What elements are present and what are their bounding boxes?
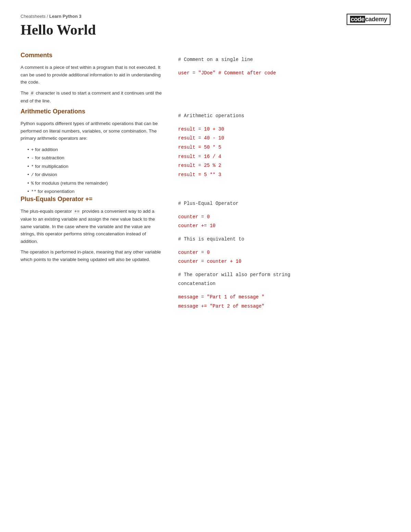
pe-spacer-4 — [178, 266, 390, 270]
pe-comment-3: # The operator will also perform string — [178, 270, 390, 280]
breadcrumb: Cheatsheets / Learn Python 3 — [21, 14, 390, 19]
codecademy-logo: codecademy — [347, 14, 390, 25]
arith-code-3: result = 50 * 5 — [178, 143, 390, 152]
page: codecademy Cheatsheets / Learn Python 3 … — [0, 0, 411, 324]
pe-spacer-2 — [178, 231, 390, 235]
plus-equals-section: Plus-Equals Operator += The plus-equals … — [21, 196, 390, 311]
pe-code-5: message = "Part 1 of message " — [178, 293, 390, 302]
plus-equals-para-1: The plus-equals operator += provides a c… — [21, 208, 164, 245]
page-title: Hello World — [21, 22, 390, 38]
plus-equals-code: # Plus-Equal Operator counter = 0 counte… — [178, 196, 390, 311]
plus-equals-para-2: The operation is performed in-place, mea… — [21, 248, 164, 263]
pe-code-4: counter = counter + 10 — [178, 257, 390, 266]
hash-char: # — [30, 90, 35, 96]
comments-para-2: The # character is used to start a comme… — [21, 89, 164, 104]
arith-code-2: result = 40 - 10 — [178, 134, 390, 143]
pe-code-1: counter = 0 — [178, 212, 390, 222]
list-item-exponent: ** for exponentiation — [27, 187, 164, 196]
code-spacer-1 — [178, 64, 390, 69]
arithmetic-list: + for addition - for subtraction * for m… — [21, 146, 164, 196]
op-minus: - — [31, 156, 34, 161]
comments-code-block: # Comment on a single line user = "JDoe"… — [178, 52, 390, 77]
pe-comment-1: # Plus-Equal Operator — [178, 199, 390, 208]
arithmetic-code-block: # Arithmetic operations result = 10 + 30… — [178, 108, 390, 179]
arith-code-1: result = 10 + 30 — [178, 125, 390, 134]
plus-equals-code-block: # Plus-Equal Operator counter = 0 counte… — [178, 196, 390, 311]
breadcrumb-link[interactable]: Learn Python 3 — [49, 14, 82, 19]
comments-para-1: A comment is a piece of text within a pr… — [21, 64, 164, 86]
arithmetic-left: Arithmetic Operations Python supports di… — [21, 108, 164, 196]
list-item-addition: + for addition — [27, 146, 164, 154]
arith-code-5: result = 25 % 2 — [178, 161, 390, 170]
pe-comment-4: concatenation — [178, 279, 390, 288]
code-line-1: # Comment on a single line — [178, 55, 390, 64]
op-exponent: ** — [31, 189, 37, 194]
code-line-2: user = "JDoe" # Comment after code — [178, 69, 390, 78]
list-item-division: / for division — [27, 171, 164, 179]
op-modulus: % — [31, 181, 34, 186]
pe-code-3: counter = 0 — [178, 248, 390, 257]
plus-equals-operator: += — [73, 209, 81, 214]
pe-comment-2: # This is equivalent to — [178, 235, 390, 244]
op-multiply: * — [31, 164, 34, 169]
list-item-multiplication: * for multiplication — [27, 162, 164, 171]
pe-spacer-3 — [178, 244, 390, 248]
arith-code-comment: # Arithmetic operations — [178, 111, 390, 121]
comments-title: Comments — [21, 52, 164, 59]
list-item-modulus: % for modulus (returns the remainder) — [27, 179, 164, 187]
comments-code: # Comment on a single line user = "JDoe"… — [178, 52, 390, 108]
comments-left: Comments A comment is a piece of text wi… — [21, 52, 164, 108]
arith-code-4: result = 16 / 4 — [178, 152, 390, 161]
comments-section: Comments A comment is a piece of text wi… — [21, 52, 390, 108]
arithmetic-title: Arithmetic Operations — [21, 108, 164, 115]
op-plus: + — [31, 147, 34, 152]
list-item-subtraction: - for subtraction — [27, 154, 164, 162]
arith-code-6: result = 5 ** 3 — [178, 170, 390, 180]
arith-spacer-1 — [178, 121, 390, 125]
pe-code-6: message += "Part 2 of message" — [178, 302, 390, 311]
plus-equals-left: Plus-Equals Operator += The plus-equals … — [21, 196, 164, 311]
pe-spacer-5 — [178, 288, 390, 293]
op-divide: / — [31, 172, 34, 177]
logo-cademy: cademy — [365, 16, 387, 23]
arithmetic-code: # Arithmetic operations result = 10 + 30… — [178, 108, 390, 196]
arithmetic-para-1: Python supports different types of arith… — [21, 120, 164, 142]
arithmetic-section: Arithmetic Operations Python supports di… — [21, 108, 390, 196]
breadcrumb-text: Cheatsheets / Learn Python 3 — [21, 14, 82, 19]
plus-equals-title: Plus-Equals Operator += — [21, 196, 164, 203]
pe-code-2: counter += 10 — [178, 221, 390, 231]
logo-code: code — [350, 16, 365, 23]
pe-spacer-1 — [178, 208, 390, 212]
